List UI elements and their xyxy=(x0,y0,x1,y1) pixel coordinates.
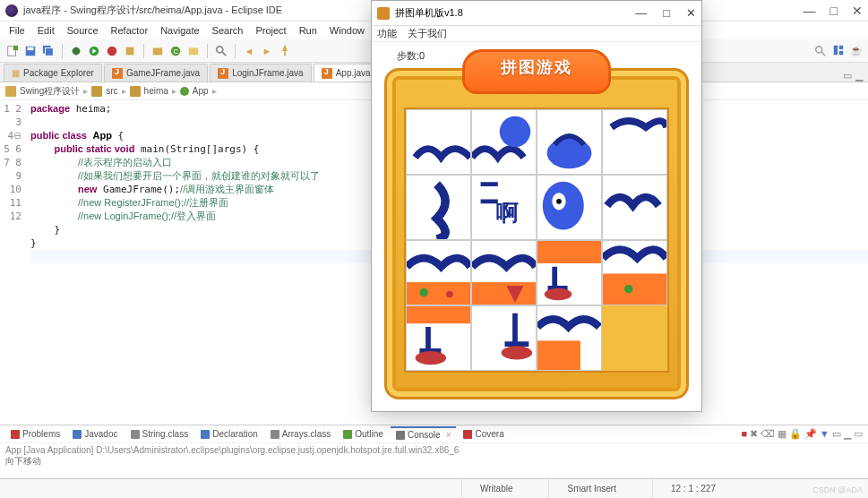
tab-loginjframe[interactable]: LoginJFrame.java xyxy=(210,64,311,82)
breadcrumb-class[interactable]: App xyxy=(193,86,209,96)
puzzle-tile[interactable] xyxy=(471,109,537,175)
tab-label: App.java xyxy=(336,68,371,78)
class-icon xyxy=(180,87,189,96)
steps-counter: 步数:0 xyxy=(397,49,425,63)
menu-source[interactable]: Source xyxy=(62,23,104,38)
puzzle-tile[interactable] xyxy=(602,240,667,305)
puzzle-tile[interactable] xyxy=(406,240,471,305)
puzzle-tile[interactable]: 啊 xyxy=(471,175,537,240)
save-icon[interactable] xyxy=(23,44,38,58)
breadcrumb-src[interactable]: src xyxy=(106,86,117,96)
maximize-button[interactable]: □ xyxy=(830,4,838,18)
display-icon[interactable]: ▼ xyxy=(820,428,829,440)
svg-point-41 xyxy=(545,288,572,300)
new-icon[interactable] xyxy=(5,44,20,58)
maximize-view-icon[interactable]: ▭ xyxy=(843,70,852,82)
open-console-icon[interactable]: ▭ xyxy=(832,428,841,440)
remove-all-icon[interactable]: ⌫ xyxy=(761,428,775,440)
chevron-right-icon: ▸ xyxy=(212,86,217,96)
perspective-icon[interactable] xyxy=(832,44,845,58)
puzzle-tile[interactable] xyxy=(537,240,602,305)
close-icon[interactable]: × xyxy=(446,430,451,440)
puzzle-tile[interactable] xyxy=(537,109,602,175)
pin-icon[interactable] xyxy=(278,44,292,58)
bottom-tabstrip: Problems Javadoc String.class Declaratio… xyxy=(0,425,868,443)
tab-problems[interactable]: Problems xyxy=(5,427,65,441)
puzzle-tile[interactable] xyxy=(406,109,471,175)
tab-package-explorer[interactable]: ▦ Package Explorer xyxy=(4,64,102,82)
svg-point-35 xyxy=(419,288,428,297)
back-icon[interactable]: ◄ xyxy=(242,44,256,58)
svg-point-8 xyxy=(107,46,117,56)
run-icon[interactable] xyxy=(87,44,101,58)
close-button[interactable]: ✕ xyxy=(852,4,863,18)
min-icon[interactable]: ▁ xyxy=(844,428,851,440)
tab-console[interactable]: Console× xyxy=(391,426,457,442)
puzzle-tile[interactable] xyxy=(471,240,537,305)
menu-project[interactable]: Project xyxy=(250,23,291,38)
puzzle-tile[interactable] xyxy=(471,305,537,371)
terminate-icon[interactable]: ■ xyxy=(741,428,747,440)
chevron-right-icon: ▸ xyxy=(122,86,126,96)
max-icon[interactable]: ▭ xyxy=(854,428,863,440)
pin-console-icon[interactable]: 📌 xyxy=(804,428,817,440)
game-menu-function[interactable]: 功能 xyxy=(377,27,397,40)
puzzle-tile[interactable] xyxy=(406,305,471,371)
svg-rect-51 xyxy=(537,340,580,370)
problems-icon xyxy=(11,430,20,439)
java-file-icon xyxy=(322,68,332,79)
tab-arrays-class[interactable]: Arrays.class xyxy=(265,427,336,441)
puzzle-tile[interactable] xyxy=(602,109,667,175)
svg-rect-46 xyxy=(407,306,470,323)
minimize-view-icon[interactable]: ▁ xyxy=(855,70,863,82)
minimize-button[interactable]: — xyxy=(804,4,816,18)
puzzle-tile[interactable] xyxy=(602,175,667,240)
tab-outline[interactable]: Outline xyxy=(338,427,389,441)
new-package-icon[interactable] xyxy=(150,44,165,58)
remove-icon[interactable]: ✖ xyxy=(750,428,758,440)
game-window: 拼图单机版v1.8 — □ ✕ 功能 关于我们 步数:0 拼图游戏 啊 xyxy=(371,0,702,412)
close-button[interactable]: ✕ xyxy=(686,6,696,20)
new-class-icon[interactable]: C xyxy=(168,44,183,58)
puzzle-tile[interactable] xyxy=(406,175,471,240)
tab-declaration[interactable]: Declaration xyxy=(195,427,263,441)
scroll-lock-icon[interactable]: 🔒 xyxy=(789,428,802,440)
menu-refactor[interactable]: Refactor xyxy=(106,23,154,38)
puzzle-grid: 啊 xyxy=(404,107,669,373)
svg-rect-5 xyxy=(46,47,54,56)
search-icon[interactable] xyxy=(214,44,228,58)
debug-icon[interactable] xyxy=(69,44,83,58)
menu-window[interactable]: Window xyxy=(324,23,370,38)
breadcrumb-project[interactable]: Swing程序设计 xyxy=(20,85,80,98)
tab-string-class[interactable]: String.class xyxy=(125,427,194,441)
console-line: 向下移动 xyxy=(5,455,863,468)
coverage-icon[interactable] xyxy=(105,44,119,58)
breadcrumb-pkg[interactable]: heima xyxy=(144,86,168,96)
java-perspective-icon[interactable]: ☕ xyxy=(850,45,863,56)
menu-run[interactable]: Run xyxy=(294,23,322,38)
save-all-icon[interactable] xyxy=(41,44,56,58)
menu-file[interactable]: File xyxy=(4,23,30,38)
menu-edit[interactable]: Edit xyxy=(32,23,60,38)
menu-navigate[interactable]: Navigate xyxy=(155,23,204,38)
game-body: 步数:0 拼图游戏 啊 xyxy=(372,42,701,411)
project-icon xyxy=(5,86,16,97)
forward-icon[interactable]: ► xyxy=(260,44,274,58)
clear-icon[interactable]: ▦ xyxy=(778,428,786,440)
game-menu-about[interactable]: 关于我们 xyxy=(408,27,447,40)
tab-javadoc[interactable]: Javadoc xyxy=(67,427,123,441)
puzzle-empty-slot[interactable] xyxy=(602,305,667,371)
chevron-right-icon: ▸ xyxy=(83,86,88,96)
puzzle-tile[interactable] xyxy=(537,305,602,371)
tab-gamejframe[interactable]: GameJFrame.java xyxy=(104,64,208,82)
minimize-button[interactable]: — xyxy=(635,6,647,20)
tab-coverage[interactable]: Covera xyxy=(458,427,509,441)
console-output[interactable]: App [Java Application] D:\Users\Administ… xyxy=(0,443,868,478)
maximize-button[interactable]: □ xyxy=(663,6,670,20)
menu-search[interactable]: Search xyxy=(207,23,249,38)
package-icon xyxy=(130,86,141,97)
quick-access[interactable]: ☕ xyxy=(814,44,863,58)
ext-tools-icon[interactable] xyxy=(123,44,137,58)
puzzle-tile[interactable] xyxy=(537,175,602,240)
open-type-icon[interactable] xyxy=(186,44,201,58)
